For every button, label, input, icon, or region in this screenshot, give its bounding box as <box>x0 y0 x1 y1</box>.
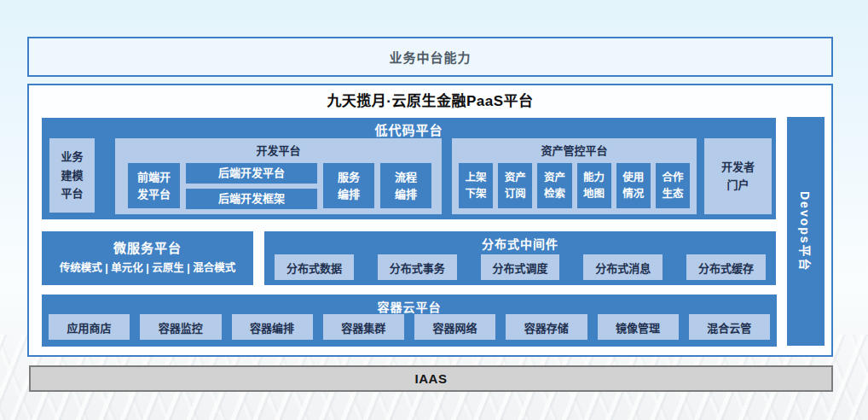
iaas-label: IAAS <box>415 371 448 386</box>
microservice-platform-title: 微服务平台 <box>42 231 253 256</box>
hybrid-cloud-management-block: 混合云管 <box>689 314 770 340</box>
process-orchestration-line: 编排 <box>395 186 417 203</box>
capability-map-line: 地图 <box>583 186 605 202</box>
business-modeling-line: 业务 <box>61 148 83 166</box>
asset-search-line: 资产 <box>544 170 565 186</box>
container-monitoring-block: 容器监控 <box>140 314 221 340</box>
container-cloud-platform-section: 容器云平台 应用商店 容器监控 容器编排 容器集群 容器网络 容器存储 镜像管理… <box>42 295 777 347</box>
process-orchestration-line: 流程 <box>395 169 417 186</box>
asset-search-block: 资产 检索 <box>537 163 571 208</box>
shelf-on-off-line: 上架 <box>466 170 487 186</box>
business-middle-platform-label: 业务中台能力 <box>389 48 471 66</box>
business-middle-platform-banner: 业务中台能力 <box>27 37 833 77</box>
container-cluster-block: 容器集群 <box>323 314 404 340</box>
developer-portal-block: 开发者 门户 <box>704 138 772 214</box>
container-cloud-title: 容器云平台 <box>42 295 777 315</box>
usage-status-block: 使用 情况 <box>616 163 651 208</box>
business-modeling-line: 平台 <box>61 184 83 202</box>
backend-dev-framework-block: 后端开发框架 <box>186 189 317 209</box>
distributed-data-block: 分布式数据 <box>275 254 354 280</box>
distributed-cache-block: 分布式缓存 <box>686 254 766 280</box>
microservice-platform-section: 微服务平台 传统模式 | 单元化 | 云原生 | 混合模式 <box>42 231 253 285</box>
container-network-block: 容器网络 <box>414 314 495 340</box>
shelf-on-off-line: 下架 <box>466 186 487 202</box>
lowcode-platform-section: 低代码平台 业务 建模 平台 开发平台 前端开 发平台 后端开发平台 后端开发框… <box>42 118 776 219</box>
asset-search-line: 检索 <box>544 186 565 202</box>
cooperation-ecosystem-line: 合作 <box>662 170 683 186</box>
architecture-diagram: 业务中台能力 九天揽月·云原生金融PaaS平台 低代码平台 业务 建模 平台 开… <box>0 0 868 420</box>
container-cloud-items-row: 应用商店 容器监控 容器编排 容器集群 容器网络 容器存储 镜像管理 混合云管 <box>49 314 770 340</box>
developer-portal-line: 门户 <box>726 177 749 195</box>
distributed-middleware-section: 分布式中间件 分布式数据 分布式事务 分布式调度 分布式消息 分布式缓存 <box>264 231 776 285</box>
developer-portal-line: 开发者 <box>721 159 755 177</box>
distributed-transaction-block: 分布式事务 <box>378 254 457 280</box>
asset-control-items-row: 上架 下架 资产 订阅 资产 检索 能力 地图 <box>459 163 690 208</box>
image-management-block: 镜像管理 <box>598 314 679 340</box>
cooperation-ecosystem-line: 生态 <box>662 186 683 202</box>
usage-status-line: 情况 <box>622 186 644 202</box>
devops-platform-bar: Devops平台 <box>787 117 825 346</box>
process-orchestration-block: 流程 编排 <box>380 163 431 208</box>
container-orchestration-block: 容器编排 <box>232 314 313 340</box>
service-orchestration-line: 编排 <box>338 186 360 203</box>
asset-subscription-block: 资产 订阅 <box>498 163 532 208</box>
dev-platform-title: 开发平台 <box>115 138 442 158</box>
lowcode-platform-title: 低代码平台 <box>42 118 776 138</box>
cooperation-ecosystem-block: 合作 生态 <box>656 163 690 208</box>
asset-subscription-line: 资产 <box>505 170 526 186</box>
app-store-block: 应用商店 <box>49 314 130 340</box>
frontend-dev-platform-block: 前端开 发平台 <box>128 163 180 208</box>
usage-status-line: 使用 <box>622 170 644 186</box>
shelf-on-off-block: 上架 下架 <box>459 163 493 208</box>
frontend-dev-line: 发平台 <box>137 186 171 203</box>
asset-control-platform-title: 资产管控平台 <box>452 138 697 158</box>
middleware-items-row: 分布式数据 分布式事务 分布式调度 分布式消息 分布式缓存 <box>275 254 766 280</box>
iaas-layer-bar: IAAS <box>29 365 833 392</box>
service-orchestration-block: 服务 编排 <box>323 163 374 208</box>
business-modeling-platform-block: 业务 建模 平台 <box>49 138 95 213</box>
paas-platform-title: 九天揽月·云原生金融PaaS平台 <box>29 89 831 110</box>
container-storage-block: 容器存储 <box>506 314 587 340</box>
dev-platform-container: 开发平台 前端开 发平台 后端开发平台 后端开发框架 服务 编排 流程 编排 <box>115 138 442 214</box>
frontend-dev-line: 前端开 <box>137 169 171 186</box>
paas-platform-box: 九天揽月·云原生金融PaaS平台 低代码平台 业务 建模 平台 开发平台 前端开… <box>27 84 833 357</box>
business-modeling-line: 建模 <box>61 166 83 184</box>
distributed-middleware-title: 分布式中间件 <box>264 231 776 252</box>
distributed-message-block: 分布式消息 <box>583 254 663 280</box>
service-orchestration-line: 服务 <box>338 169 360 186</box>
capability-map-block: 能力 地图 <box>577 163 611 208</box>
devops-platform-label: Devops平台 <box>797 191 814 272</box>
backend-dev-platform-block: 后端开发平台 <box>186 163 317 184</box>
asset-control-platform-container: 资产管控平台 上架 下架 资产 订阅 资产 检索 能力 <box>452 138 697 214</box>
microservice-modes: 传统模式 | 单元化 | 云原生 | 混合模式 <box>42 259 253 275</box>
asset-subscription-line: 订阅 <box>505 186 526 202</box>
capability-map-line: 能力 <box>583 170 605 186</box>
distributed-scheduling-block: 分布式调度 <box>481 254 560 280</box>
